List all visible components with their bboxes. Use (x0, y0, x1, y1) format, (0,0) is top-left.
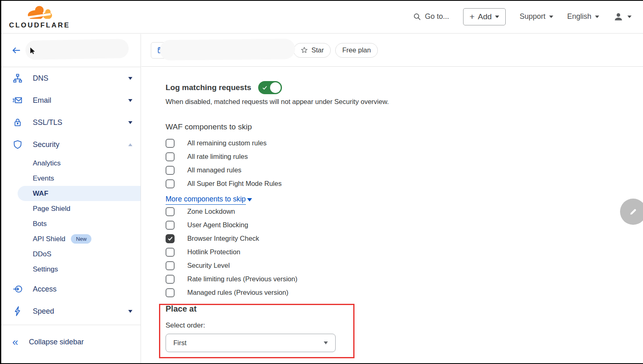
plus-icon: + (470, 14, 475, 20)
edit-floating-button[interactable] (620, 199, 643, 225)
sidebar-subitem-label: Analytics (33, 159, 61, 167)
access-icon (12, 284, 23, 294)
checkbox-label: Managed rules (Previous version) (187, 289, 289, 296)
sidebar-subitem-settings[interactable]: Settings (0, 262, 141, 277)
checkbox-label: Security Level (187, 262, 230, 269)
dns-icon (12, 73, 23, 84)
star-button[interactable]: Star (293, 43, 331, 58)
account-menu[interactable] (613, 11, 632, 22)
log-matching-title: Log matching requests (166, 83, 251, 92)
support-menu[interactable]: Support (520, 12, 553, 21)
goto-search[interactable]: Go to... (413, 12, 449, 21)
screenshot-edge-top (0, 0, 643, 1)
checkbox-label: Rate limiting rules (Previous version) (187, 275, 298, 283)
chevron-down-icon (627, 16, 632, 18)
sidebar-item-dns[interactable]: DNS (0, 67, 141, 89)
checkbox[interactable] (166, 152, 175, 161)
checkbox-row: Security Level (166, 259, 643, 272)
search-icon (413, 13, 421, 21)
chevron-down-icon (128, 77, 132, 80)
checkbox[interactable] (166, 221, 175, 230)
add-label: Add (478, 12, 492, 21)
sidebar-item-ssl-tls[interactable]: SSL/TLS (0, 111, 141, 133)
sidebar-item-speed[interactable]: Speed (0, 300, 141, 322)
sidebar-subitem-label: DDoS (33, 250, 51, 258)
checkbox-row: Rate limiting rules (Previous version) (166, 272, 643, 286)
chevron-down-icon (128, 310, 132, 313)
screenshot-edge-left (0, 0, 1, 364)
checkbox-row: Managed rules (Previous version) (166, 286, 643, 299)
checkbox-label: All Super Bot Fight Mode Rules (187, 180, 282, 188)
checkbox[interactable] (166, 179, 175, 188)
main-content: Log matching requests When disabled, mat… (141, 67, 643, 364)
sidebar-subitem-events[interactable]: Events (0, 171, 141, 186)
email-icon (12, 95, 23, 106)
checkbox-label: Browser Integrity Check (187, 235, 259, 242)
checkbox[interactable] (166, 139, 175, 148)
checkbox[interactable] (166, 234, 175, 243)
sidebar-subitem-page-shield[interactable]: Page Shield (0, 201, 141, 216)
chevron-down-icon (495, 16, 499, 18)
sidebar-item-label: SSL/TLS (33, 118, 62, 127)
checkbox[interactable] (166, 166, 175, 175)
place-at-title: Place at (166, 304, 643, 314)
waf-skip-options: All remaining custom rules All rate limi… (166, 136, 643, 190)
cloudflare-logo[interactable]: CLOUDFLARE (9, 5, 70, 29)
order-select-value: First (173, 339, 186, 347)
add-button[interactable]: + Add (463, 8, 506, 25)
checkbox[interactable] (166, 261, 175, 270)
chevron-down-icon (549, 16, 553, 18)
more-components-link[interactable]: More components to skip (166, 195, 643, 205)
back-arrow-icon[interactable] (11, 45, 22, 56)
star-label: Star (311, 46, 324, 54)
sidebar-item-security[interactable]: Security (0, 133, 141, 156)
language-menu[interactable]: English (567, 12, 599, 21)
collapse-sidebar-button[interactable]: « Collapse sidebar (0, 325, 141, 359)
checkbox[interactable] (166, 288, 175, 297)
sidebar-item-email[interactable]: Email (0, 89, 141, 111)
pencil-icon (628, 206, 638, 217)
sidebar-subitem-waf[interactable]: WAF (0, 186, 141, 201)
top-header: CLOUDFLARE Go to... + Add Support Englis… (0, 0, 643, 34)
sidebar-item-access[interactable]: Access (0, 278, 141, 300)
sidebar-subitem-api-shield[interactable]: API Shield New (0, 231, 141, 246)
log-matching-description: When disabled, matched requests will not… (166, 98, 643, 106)
checkbox[interactable] (166, 207, 175, 216)
chevron-down-icon (128, 121, 132, 124)
brand-wordmark: CLOUDFLARE (9, 22, 70, 29)
order-select[interactable]: First (166, 334, 336, 352)
checkbox-row: All managed rules (166, 163, 643, 177)
waf-skip-title: WAF components to skip (166, 122, 643, 131)
log-matching-toggle[interactable] (258, 81, 282, 94)
checkbox-label: All rate limiting rules (187, 153, 248, 161)
select-order-label: Select order: (166, 321, 643, 330)
chevron-down-icon (247, 198, 252, 201)
language-label: English (567, 12, 591, 21)
user-icon (613, 11, 624, 22)
checkbox[interactable] (166, 275, 175, 284)
sidebar-subitem-bots[interactable]: Bots (0, 216, 141, 231)
chevron-up-icon (128, 143, 132, 146)
checkbox-row: All Super Bot Fight Mode Rules (166, 177, 643, 190)
sidebar-item-label: Access (33, 285, 57, 294)
checkbox-label: Zone Lockdown (187, 208, 235, 215)
checkbox-label: All managed rules (187, 166, 241, 174)
sidebar: DNS Email SSL/TLS Security (0, 34, 141, 364)
sidebar-subitem-label: Bots (33, 220, 47, 228)
plan-label: Free plan (342, 46, 371, 54)
more-components-options: Zone Lockdown User Agent Blocking Browse… (166, 205, 643, 299)
toggle-knob (270, 82, 281, 93)
goto-label: Go to... (425, 12, 449, 21)
redacted-site-name (25, 39, 129, 60)
checkbox[interactable] (166, 248, 175, 257)
sidebar-subitem-analytics[interactable]: Analytics (0, 156, 141, 171)
chevron-down-icon (324, 341, 328, 344)
sidebar-subitem-ddos[interactable]: DDoS (0, 246, 141, 262)
sidebar-subitem-label: WAF (33, 190, 48, 198)
checkbox-label: User Agent Blocking (187, 221, 248, 229)
sidebar-subitem-label: Events (33, 174, 54, 183)
plan-badge[interactable]: Free plan (335, 43, 378, 58)
sidebar-subitem-label: Settings (33, 265, 58, 274)
redacted-site-name (160, 38, 295, 60)
check-icon (262, 85, 268, 90)
